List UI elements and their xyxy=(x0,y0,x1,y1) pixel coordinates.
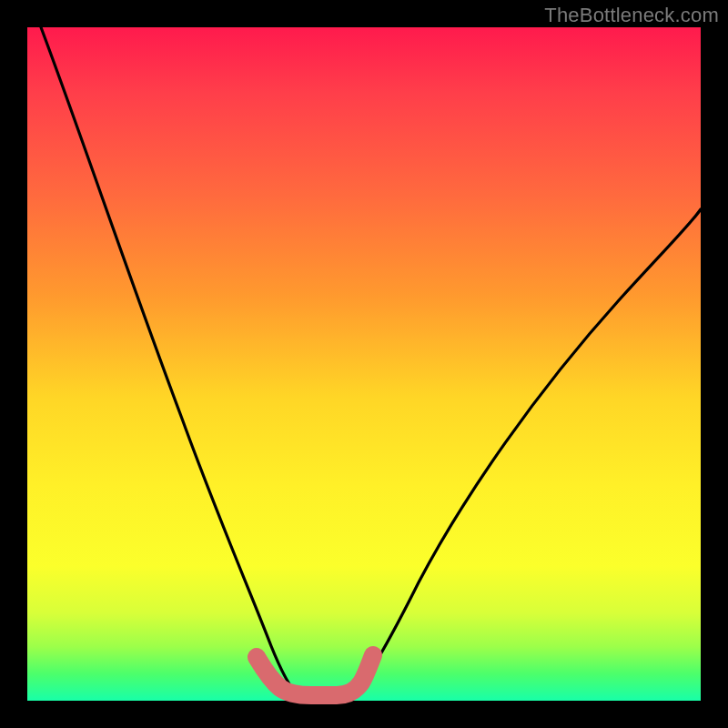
curve-overlay xyxy=(27,27,701,701)
right-curve xyxy=(353,209,701,696)
chart-frame: TheBottleneck.com xyxy=(0,0,728,728)
left-curve xyxy=(41,27,298,696)
bottom-marker xyxy=(257,655,373,695)
watermark-text: TheBottleneck.com xyxy=(544,4,719,27)
